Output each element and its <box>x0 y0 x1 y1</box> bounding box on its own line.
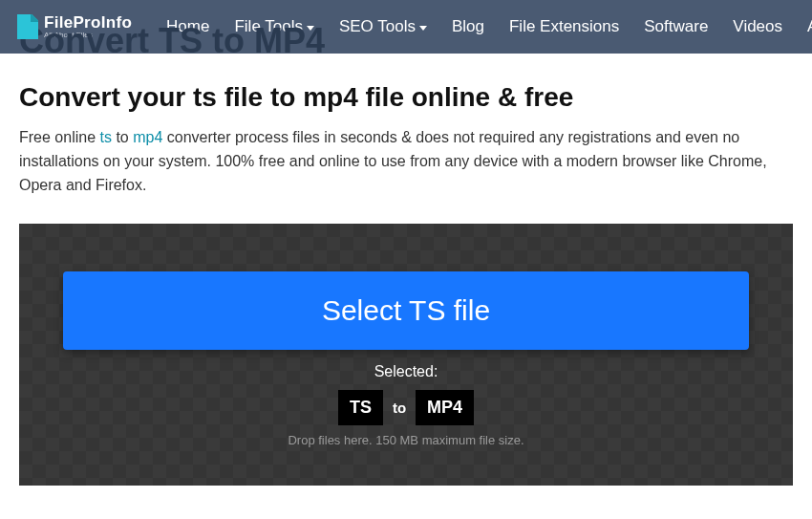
nav-seo-tools[interactable]: SEO Tools <box>339 17 427 36</box>
nav-file-extensions-label: File Extensions <box>509 17 619 36</box>
page-description: Free online ts to mp4 converter process … <box>19 126 793 197</box>
nav-software[interactable]: Software <box>644 17 708 36</box>
select-file-button[interactable]: Select TS file <box>63 271 749 350</box>
desc-mid: to <box>112 129 133 145</box>
nav-seo-tools-label: SEO Tools <box>339 17 416 36</box>
format-to-word: to <box>393 400 406 416</box>
nav-videos-label: Videos <box>733 17 782 36</box>
desc-highlight-ts[interactable]: ts <box>100 129 112 145</box>
page-subtitle: Convert your ts file to mp4 file online … <box>19 82 793 113</box>
nav-software-label: Software <box>644 17 708 36</box>
nav-ascii[interactable]: ASCII <box>807 17 812 36</box>
nav-ascii-label: ASCII <box>807 17 812 36</box>
nav-file-extensions[interactable]: File Extensions <box>509 17 619 36</box>
desc-pre: Free online <box>19 129 100 145</box>
nav-videos[interactable]: Videos <box>733 17 782 36</box>
selected-label: Selected: <box>63 363 749 380</box>
file-icon <box>17 14 38 39</box>
format-row: TS to MP4 <box>63 390 749 425</box>
upload-dropzone[interactable]: Select TS file Selected: TS to MP4 Drop … <box>19 224 793 486</box>
desc-highlight-mp4[interactable]: mp4 <box>133 129 162 145</box>
format-to-badge[interactable]: MP4 <box>416 390 474 425</box>
chevron-down-icon <box>419 26 427 31</box>
nav-blog-label: Blog <box>452 17 484 36</box>
drop-hint: Drop files here. 150 MB maximum file siz… <box>63 433 749 447</box>
format-from-badge[interactable]: TS <box>338 390 383 425</box>
nav-blog[interactable]: Blog <box>452 17 484 36</box>
